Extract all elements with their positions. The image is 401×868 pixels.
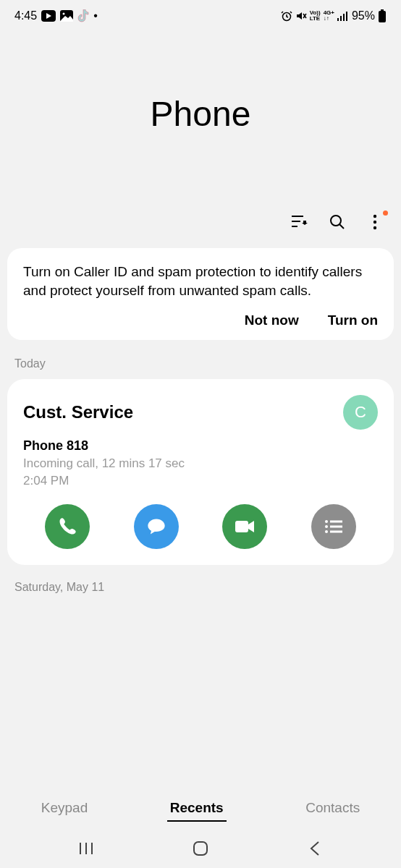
svg-point-9 [331, 216, 341, 226]
svg-rect-20 [194, 842, 207, 855]
svg-point-12 [373, 226, 376, 229]
svg-rect-8 [379, 11, 386, 22]
message-button[interactable] [134, 504, 179, 549]
svg-point-18 [325, 530, 328, 533]
tab-contacts[interactable]: Contacts [303, 796, 363, 822]
svg-rect-4 [340, 16, 342, 21]
caller-name: Cust. Service [23, 402, 133, 422]
section-today: Today [0, 352, 401, 379]
gallery-icon [60, 10, 73, 22]
status-bar: 4:45 • Vo))LTE 4G+↓↑ 95% [0, 0, 401, 29]
call-button[interactable] [45, 504, 90, 549]
svg-point-1 [63, 13, 65, 15]
notification-badge-icon [383, 210, 388, 216]
status-right: Vo))LTE 4G+↓↑ 95% [281, 9, 387, 22]
back-button[interactable] [306, 840, 324, 857]
svg-point-10 [373, 215, 376, 218]
status-left: 4:45 • [14, 9, 98, 22]
recent-apps-button[interactable] [77, 840, 95, 857]
svg-rect-13 [235, 521, 248, 532]
svg-rect-7 [381, 9, 384, 11]
more-button[interactable] [366, 213, 384, 231]
video-call-button[interactable] [222, 504, 267, 549]
svg-rect-19 [330, 531, 342, 533]
svg-point-16 [325, 525, 328, 528]
svg-rect-6 [346, 12, 347, 21]
spam-protection-banner: Turn on Caller ID and spam protection to… [7, 248, 394, 340]
call-action-row [23, 504, 378, 549]
svg-rect-17 [330, 526, 342, 528]
svg-rect-5 [343, 14, 345, 21]
phone-label: Phone 818 [23, 438, 378, 454]
battery-text: 95% [352, 9, 375, 22]
svg-point-11 [373, 221, 376, 224]
bottom-tab-bar: Keypad Recents Contacts [0, 788, 401, 829]
not-now-button[interactable]: Not now [245, 312, 299, 328]
banner-message: Turn on Caller ID and spam protection to… [23, 263, 378, 299]
volte-icon: Vo))LTE [310, 10, 321, 22]
page-title: Phone [0, 29, 401, 213]
section-saturday: Saturday, May 11 [0, 578, 401, 597]
alarm-icon [281, 10, 292, 22]
tab-keypad[interactable]: Keypad [38, 796, 90, 822]
svg-rect-3 [337, 18, 339, 21]
details-button[interactable] [311, 504, 356, 549]
mute-icon [295, 10, 307, 22]
call-meta: Incoming call, 12 mins 17 sec [23, 456, 378, 471]
filter-button[interactable] [291, 213, 308, 231]
svg-point-14 [325, 520, 328, 523]
clock: 4:45 [14, 9, 37, 22]
signal-icon [337, 11, 349, 21]
svg-rect-15 [330, 521, 342, 523]
notification-dot-icon: • [93, 9, 98, 22]
battery-icon [378, 9, 387, 22]
avatar[interactable]: C [343, 395, 378, 430]
home-button[interactable] [192, 840, 209, 857]
tab-recents[interactable]: Recents [167, 796, 227, 822]
search-button[interactable] [329, 213, 346, 231]
call-item-expanded[interactable]: Cust. Service C Phone 818 Incoming call,… [7, 379, 394, 565]
system-nav-bar [0, 829, 401, 868]
tiktok-icon [77, 9, 89, 22]
youtube-icon [41, 10, 56, 22]
network-4g-icon: 4G+↓↑ [324, 10, 334, 22]
call-time: 2:04 PM [23, 474, 378, 488]
turn-on-button[interactable]: Turn on [328, 312, 378, 328]
toolbar [0, 213, 401, 242]
